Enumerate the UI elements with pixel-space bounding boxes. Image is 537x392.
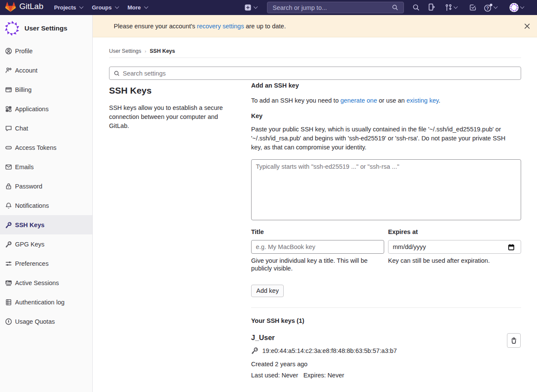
svg-text:?: ? bbox=[486, 5, 489, 10]
